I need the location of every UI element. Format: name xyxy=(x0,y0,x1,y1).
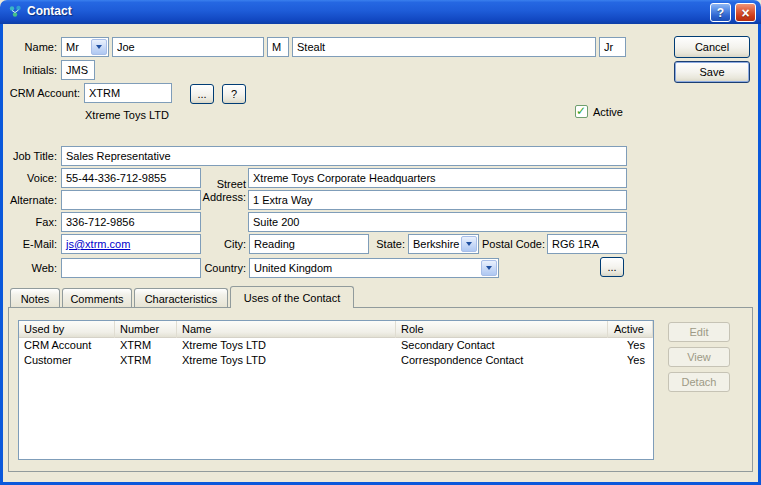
uses-table[interactable]: Used by Number Name Role Active CRM Acco… xyxy=(18,320,654,460)
street-address-label-line2: Address: xyxy=(202,191,246,204)
country-select[interactable]: United Kingdom xyxy=(249,258,499,278)
name-label: Name: xyxy=(6,41,57,53)
cell-number: XTRM xyxy=(115,353,177,368)
country-label: Country: xyxy=(200,262,246,274)
table-row[interactable]: CRM Account XTRM Xtreme Toys LTD Seconda… xyxy=(19,338,653,353)
street-address-line2-input[interactable] xyxy=(248,190,627,210)
state-label: State: xyxy=(372,238,405,250)
crm-account-input[interactable] xyxy=(84,83,172,103)
contact-window: Contact ? × Name: Mr Cancel Initials: Sa… xyxy=(0,0,761,485)
table-header: Used by Number Name Role Active xyxy=(19,321,653,338)
table-row[interactable]: Customer XTRM Xtreme Toys LTD Correspond… xyxy=(19,353,653,368)
cell-role: Secondary Contact xyxy=(396,338,608,353)
postal-code-label: Postal Code: xyxy=(482,238,545,250)
state-value: Berkshire xyxy=(409,238,460,250)
crm-account-display-name: Xtreme Toys LTD xyxy=(85,109,169,121)
crm-account-lookup-button[interactable]: ... xyxy=(190,84,214,104)
last-name-input[interactable] xyxy=(292,37,596,57)
save-button[interactable]: Save xyxy=(674,61,750,83)
contact-icon xyxy=(7,4,23,20)
column-header-name[interactable]: Name xyxy=(177,321,396,338)
voice-input[interactable] xyxy=(61,168,201,188)
cell-active: Yes xyxy=(608,338,653,353)
alternate-input[interactable] xyxy=(61,190,201,210)
cancel-button[interactable]: Cancel xyxy=(674,36,750,58)
cell-name: Xtreme Toys LTD xyxy=(177,338,396,353)
window-border xyxy=(0,24,3,485)
crm-account-label: CRM Account: xyxy=(6,87,80,99)
city-input[interactable] xyxy=(249,234,369,254)
middle-initial-input[interactable] xyxy=(267,37,289,57)
titlebar-close-button[interactable]: × xyxy=(735,3,756,22)
window-title: Contact xyxy=(27,4,72,18)
job-title-input[interactable] xyxy=(61,146,627,166)
city-label: City: xyxy=(206,238,246,250)
postal-code-input[interactable] xyxy=(547,234,627,254)
chevron-down-icon xyxy=(481,260,497,276)
name-prefix-select[interactable]: Mr xyxy=(61,37,109,57)
email-link[interactable]: js@xtrm.com xyxy=(66,238,130,250)
active-checkbox[interactable] xyxy=(575,105,588,118)
fax-label: Fax: xyxy=(6,216,57,228)
suffix-input[interactable] xyxy=(599,37,626,57)
crm-account-help-button[interactable]: ? xyxy=(222,84,246,104)
tab-uses-of-the-contact[interactable]: Uses of the Contact xyxy=(230,286,354,308)
titlebar: Contact ? × xyxy=(0,0,761,24)
tab-comments[interactable]: Comments xyxy=(62,288,132,308)
web-input[interactable] xyxy=(61,258,201,278)
voice-label: Voice: xyxy=(6,172,57,184)
cell-used-by: CRM Account xyxy=(19,338,115,353)
street-address-line1-input[interactable] xyxy=(248,168,627,188)
street-address-line3-input[interactable] xyxy=(248,212,627,232)
email-field[interactable]: js@xtrm.com xyxy=(61,234,201,254)
column-header-number[interactable]: Number xyxy=(115,321,177,338)
country-value: United Kingdom xyxy=(250,262,480,274)
active-label: Active xyxy=(593,106,623,118)
edit-button[interactable]: Edit xyxy=(668,322,730,342)
street-address-label-line1: Street xyxy=(202,178,246,191)
tab-notes[interactable]: Notes xyxy=(10,288,60,308)
web-label: Web: xyxy=(6,262,57,274)
fax-input[interactable] xyxy=(61,212,201,232)
column-header-role[interactable]: Role xyxy=(396,321,608,338)
detach-button[interactable]: Detach xyxy=(668,372,730,392)
alternate-label: Alternate: xyxy=(6,194,57,206)
country-lookup-button[interactable]: ... xyxy=(600,257,624,277)
column-header-active[interactable]: Active xyxy=(608,321,653,338)
chevron-down-icon xyxy=(91,39,107,55)
email-label: E-Mail: xyxy=(6,238,57,250)
titlebar-help-button[interactable]: ? xyxy=(710,3,731,22)
column-header-used-by[interactable]: Used by xyxy=(19,321,115,338)
cell-number: XTRM xyxy=(115,338,177,353)
state-select[interactable]: Berkshire xyxy=(408,234,479,254)
view-button[interactable]: View xyxy=(668,347,730,367)
cell-used-by: Customer xyxy=(19,353,115,368)
tab-characteristics[interactable]: Characteristics xyxy=(134,288,228,308)
job-title-label: Job Title: xyxy=(6,150,57,162)
cell-active: Yes xyxy=(608,353,653,368)
initials-label: Initials: xyxy=(6,64,57,76)
initials-input[interactable] xyxy=(61,60,95,80)
cell-role: Correspondence Contact xyxy=(396,353,608,368)
first-name-input[interactable] xyxy=(112,37,264,57)
chevron-down-icon xyxy=(461,236,477,252)
name-prefix-value: Mr xyxy=(62,41,90,53)
street-address-label: Street Address: xyxy=(202,178,246,204)
cell-name: Xtreme Toys LTD xyxy=(177,353,396,368)
